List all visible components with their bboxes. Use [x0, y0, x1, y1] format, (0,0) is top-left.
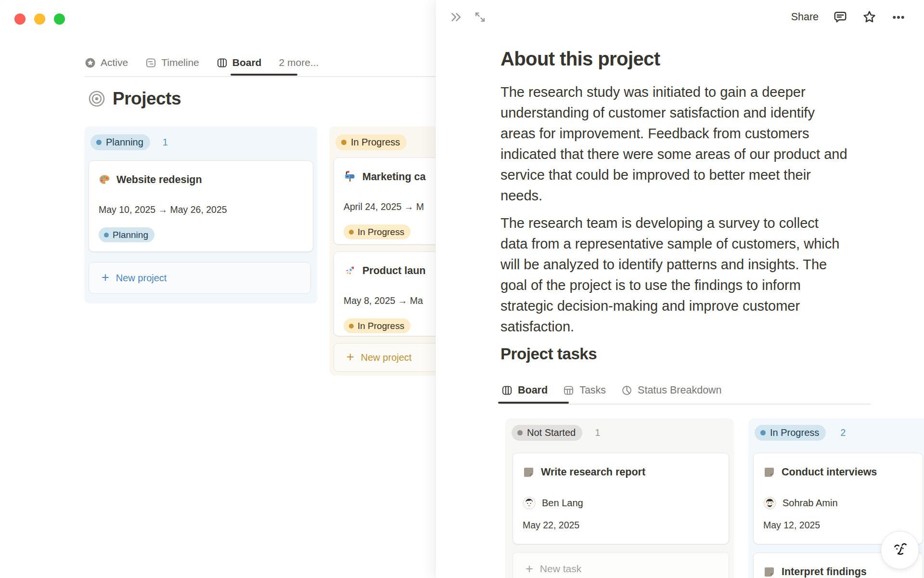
plus-icon: +	[102, 271, 109, 284]
task-card-write-research-report[interactable]: Write research report Ben Lang May 22, 2…	[513, 453, 729, 544]
status-badge-not-started[interactable]: Not Started	[512, 425, 582, 441]
page-header: Projects	[88, 89, 181, 109]
card-title: Conduct interviews	[782, 466, 877, 478]
tab-label: 2 more...	[279, 57, 319, 68]
project-card-website-redesign[interactable]: Website redesign May 10, 2025 → May 26, …	[89, 160, 313, 252]
window-controls	[14, 13, 65, 25]
task-note-icon	[763, 566, 775, 578]
star-circle-icon	[85, 57, 96, 68]
column-planning: Planning 1 Website redesign May 10, 2025…	[84, 126, 318, 303]
active-tab-underline	[231, 74, 297, 76]
column-count: 1	[595, 427, 600, 438]
page-title: Projects	[113, 89, 181, 109]
card-title: Product laun	[362, 265, 425, 277]
new-task-label: New task	[540, 563, 581, 575]
status-label: In Progress	[351, 137, 400, 148]
status-dot-icon	[349, 230, 354, 235]
status-dot-icon	[96, 140, 102, 145]
status-dot-icon	[104, 233, 109, 237]
card-status-tag: In Progress	[344, 318, 411, 333]
tab-label: Status Breakdown	[638, 384, 722, 396]
avatar-sohrab-amin	[763, 497, 776, 510]
tab-more[interactable]: 2 more...	[279, 57, 319, 68]
tasks-view-tabs: Board Tasks Status Breakdown	[501, 381, 722, 400]
close-peek-icon[interactable]	[450, 11, 463, 24]
tabs-divider	[500, 404, 871, 405]
tab-label: Board	[232, 57, 262, 68]
avatar-ben-lang	[523, 497, 536, 510]
column-count: 2	[840, 427, 846, 438]
column-header: Planning 1	[90, 134, 313, 150]
column-count: 1	[163, 137, 168, 148]
board-icon	[217, 57, 228, 68]
app-window: Active Timeline Board 2 more... Projects	[0, 0, 924, 578]
new-project-label: New project	[361, 352, 412, 363]
tab-label: Timeline	[161, 57, 199, 68]
card-status-tag: Planning	[99, 227, 154, 242]
peek-page-title: About this project	[500, 48, 660, 70]
expand-page-icon[interactable]	[474, 11, 487, 24]
view-tabs: Active Timeline Board 2 more...	[85, 54, 319, 71]
card-title: Marketing ca	[362, 171, 425, 183]
status-dot-icon	[517, 430, 523, 435]
status-label: In Progress	[770, 427, 819, 438]
side-peek-panel: Share About this project The research st…	[436, 0, 924, 578]
plus-icon: +	[526, 563, 533, 576]
timeline-icon	[145, 57, 156, 68]
palette-icon	[99, 174, 110, 185]
share-button[interactable]: Share	[791, 11, 819, 23]
column-not-started: Not Started 1 Write research report Ben …	[505, 418, 734, 578]
plus-icon: +	[346, 351, 354, 364]
paragraph: The research study was initiated to gain…	[500, 82, 848, 206]
status-badge-in-progress[interactable]: In Progress	[755, 425, 826, 441]
comments-icon[interactable]	[833, 10, 847, 25]
status-label: Planning	[106, 137, 143, 148]
tab-board[interactable]: Board	[501, 384, 548, 396]
section-title: Project tasks	[500, 345, 597, 363]
status-dot-icon	[760, 430, 766, 435]
zoom-window-button[interactable]	[54, 13, 65, 25]
tab-label: Board	[518, 384, 548, 396]
paragraph: The research team is developing a survey…	[500, 213, 848, 337]
assignee-name: Sohrab Amin	[783, 498, 838, 509]
close-window-button[interactable]	[14, 13, 26, 25]
tag-label: In Progress	[358, 227, 404, 237]
column-header: In Progress 2	[755, 425, 924, 441]
pie-chart-icon	[621, 385, 632, 396]
tag-label: In Progress	[358, 321, 404, 331]
task-note-icon	[763, 466, 775, 478]
status-label: Not Started	[527, 427, 576, 438]
tab-timeline[interactable]: Timeline	[145, 57, 199, 68]
tab-label: Tasks	[579, 384, 606, 396]
more-options-icon[interactable]	[891, 10, 906, 25]
new-task-button[interactable]: + New task	[513, 552, 729, 578]
status-badge-in-progress[interactable]: In Progress	[335, 134, 407, 150]
card-due-date: May 22, 2025	[523, 520, 719, 532]
column-header: Not Started 1	[512, 425, 730, 441]
tab-active[interactable]: Active	[85, 57, 128, 68]
favorite-star-icon[interactable]	[862, 10, 877, 25]
tab-tasks[interactable]: Tasks	[563, 384, 606, 396]
tabs-divider	[85, 76, 437, 77]
minimize-window-button[interactable]	[34, 13, 45, 25]
card-title: Interpret findings	[782, 566, 867, 578]
notion-ai-button[interactable]	[881, 531, 919, 569]
new-project-button[interactable]: + New project	[89, 262, 311, 294]
status-dot-icon	[341, 140, 346, 145]
tab-board[interactable]: Board	[217, 57, 262, 68]
card-due-date: May 12, 2025	[763, 520, 913, 532]
status-dot-icon	[349, 324, 354, 328]
mailbox-icon	[344, 171, 356, 183]
card-status-tag: In Progress	[344, 224, 411, 239]
rocket-icon	[344, 264, 356, 277]
new-project-label: New project	[116, 273, 167, 284]
card-title: Website redesign	[116, 174, 202, 186]
table-icon	[563, 385, 574, 396]
tab-label: Active	[101, 57, 128, 68]
ai-face-icon	[889, 539, 911, 561]
task-note-icon	[523, 466, 535, 478]
tag-label: Planning	[113, 230, 148, 240]
bullseye-icon	[88, 90, 106, 108]
tab-status-breakdown[interactable]: Status Breakdown	[621, 384, 722, 396]
status-badge-planning[interactable]: Planning	[90, 134, 150, 150]
